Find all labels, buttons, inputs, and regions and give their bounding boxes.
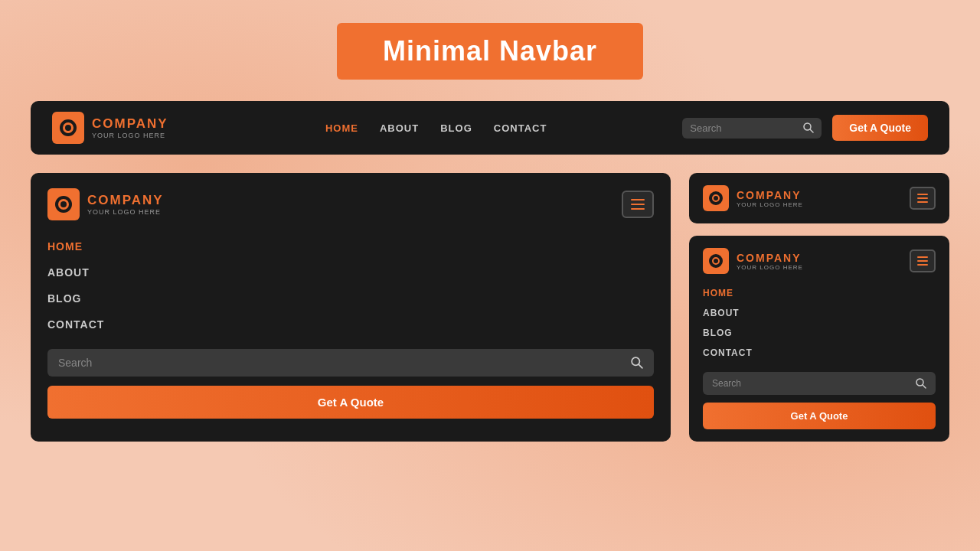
- mobile-small-header: COMPANY YOUR LOGO HERE: [703, 185, 936, 211]
- mobile-large-search-box: [47, 349, 654, 377]
- company-name-mobile-large: COMPANY: [87, 193, 164, 208]
- mobile-small-search-button[interactable]: [916, 378, 926, 389]
- hamburger-line-3: [631, 208, 645, 210]
- logo-icon-desktop: [52, 112, 84, 144]
- hamburger-line-sm-exp-1: [917, 256, 928, 258]
- logo-mobile-small: COMPANY YOUR LOGO HERE: [703, 185, 841, 211]
- logo-desktop: COMPANY YOUR LOGO HERE: [52, 112, 190, 144]
- svg-line-1: [810, 129, 813, 132]
- desktop-nav-links: HOME ABOUT BLOG CONTACT: [190, 122, 682, 134]
- mobile-small-quote-button[interactable]: Get A Quote: [703, 403, 936, 429]
- logo-circle-mobile-large: [55, 196, 72, 213]
- mobile-large-header: COMPANY YOUR LOGO HERE: [47, 188, 654, 220]
- mobile-small-nav-links: HOME ABOUT BLOG CONTACT: [703, 285, 936, 361]
- desktop-quote-button[interactable]: Get A Quote: [832, 115, 928, 141]
- page-title: Minimal Navbar: [383, 35, 597, 67]
- logo-icon-mobile-small-exp: [703, 248, 729, 274]
- hamburger-button-small-collapsed[interactable]: [910, 187, 936, 210]
- logo-circle-desktop: [60, 119, 77, 136]
- logo-tagline-desktop: YOUR LOGO HERE: [92, 132, 168, 139]
- mobile-large-nav-links: HOME ABOUT BLOG CONTACT: [47, 236, 654, 335]
- bottom-row: COMPANY YOUR LOGO HERE HOME ABOUT BLOG C…: [31, 173, 949, 442]
- nav-link-blog[interactable]: BLOG: [440, 122, 472, 134]
- mobile-small-search-box: [703, 372, 936, 395]
- hamburger-line-sm-exp-2: [917, 260, 928, 262]
- hamburger-line-sm-exp-3: [917, 264, 928, 266]
- mobile-large-nav-about[interactable]: ABOUT: [47, 262, 654, 283]
- hamburger-line-2: [631, 204, 645, 205]
- mobile-small-nav-contact[interactable]: CONTACT: [703, 344, 936, 361]
- logo-text-desktop: COMPANY YOUR LOGO HERE: [92, 116, 168, 139]
- mobile-small-search-input[interactable]: [712, 378, 910, 389]
- logo-tagline-mobile-large: YOUR LOGO HERE: [87, 208, 164, 216]
- desktop-search-box: [682, 118, 822, 139]
- hamburger-button-large[interactable]: [622, 191, 654, 218]
- mobile-large-quote-button[interactable]: Get A Quote: [47, 386, 654, 419]
- navbar-desktop: COMPANY YOUR LOGO HERE HOME ABOUT BLOG C…: [31, 101, 949, 155]
- mobile-small-expanded-header: COMPANY YOUR LOGO HERE: [703, 248, 936, 274]
- logo-icon-mobile-large: [47, 188, 80, 220]
- logo-tagline-mobile-small-exp: YOUR LOGO HERE: [737, 264, 803, 271]
- mobile-small-nav-about[interactable]: ABOUT: [703, 305, 936, 321]
- desktop-nav-right: Get A Quote: [682, 115, 928, 141]
- mobile-large-search-button[interactable]: [631, 357, 643, 369]
- desktop-search-input[interactable]: [690, 122, 797, 134]
- logo-text-mobile-large: COMPANY YOUR LOGO HERE: [87, 193, 164, 216]
- navbar-mobile-small-expanded: COMPANY YOUR LOGO HERE HOME ABOUT BLOG C…: [689, 236, 949, 442]
- logo-text-mobile-small-exp: COMPANY YOUR LOGO HERE: [737, 252, 803, 271]
- logo-tagline-mobile-small: YOUR LOGO HERE: [737, 201, 803, 208]
- mobile-large-nav-home[interactable]: HOME: [47, 236, 654, 257]
- logo-mobile-large: COMPANY YOUR LOGO HERE: [47, 188, 185, 220]
- navbar-mobile-large: COMPANY YOUR LOGO HERE HOME ABOUT BLOG C…: [31, 173, 671, 442]
- svg-line-5: [923, 385, 926, 388]
- company-name-mobile-small: COMPANY: [737, 189, 803, 201]
- nav-link-home[interactable]: HOME: [325, 122, 358, 134]
- hamburger-line-sm-1: [917, 194, 928, 195]
- logo-text-mobile-small: COMPANY YOUR LOGO HERE: [737, 189, 803, 208]
- nav-link-contact[interactable]: CONTACT: [494, 122, 547, 134]
- company-name-mobile-small-exp: COMPANY: [737, 252, 803, 264]
- mobile-large-nav-contact[interactable]: CONTACT: [47, 314, 654, 335]
- hamburger-line-sm-3: [917, 201, 928, 203]
- nav-link-about[interactable]: ABOUT: [380, 122, 419, 134]
- mobile-large-nav-blog[interactable]: BLOG: [47, 288, 654, 309]
- hamburger-button-small-expanded[interactable]: [910, 249, 936, 272]
- navbar-mobile-small-collapsed: COMPANY YOUR LOGO HERE: [689, 173, 949, 223]
- desktop-search-button[interactable]: [803, 122, 814, 133]
- logo-mobile-small-expanded: COMPANY YOUR LOGO HERE: [703, 248, 841, 274]
- mobile-small-nav-home[interactable]: HOME: [703, 285, 936, 302]
- svg-line-3: [639, 364, 642, 368]
- page-title-banner: Minimal Navbar: [337, 23, 643, 80]
- logo-circle-mobile-small: [709, 191, 723, 205]
- mobile-small-nav-blog[interactable]: BLOG: [703, 324, 936, 341]
- company-name-desktop: COMPANY: [92, 116, 168, 132]
- mobile-large-search-input[interactable]: [58, 357, 625, 369]
- logo-circle-mobile-small-exp: [709, 254, 723, 268]
- right-col: COMPANY YOUR LOGO HERE: [689, 173, 949, 442]
- hamburger-line-1: [631, 199, 645, 201]
- hamburger-line-sm-2: [917, 197, 928, 199]
- logo-icon-mobile-small: [703, 185, 729, 211]
